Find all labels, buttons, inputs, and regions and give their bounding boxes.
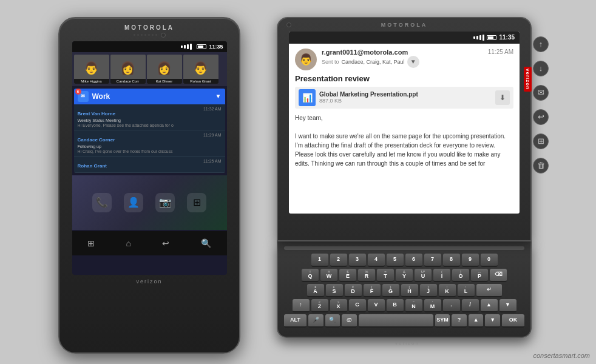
key-period[interactable]: . — [443, 299, 460, 312]
key-z[interactable]: <Z — [311, 299, 328, 312]
key-0[interactable]: 0 — [481, 254, 498, 267]
key-y[interactable]: &Y — [396, 269, 413, 282]
key-t[interactable]: =T — [377, 269, 394, 282]
app-phone-icon[interactable]: 📞 — [92, 193, 112, 212]
key-v[interactable]: V — [368, 299, 385, 312]
key-e[interactable]: $E — [339, 269, 356, 282]
key-6[interactable]: 6 — [405, 254, 422, 267]
key-k[interactable]: ;K — [439, 284, 456, 297]
home-nav-btn[interactable]: ⌂ — [126, 238, 131, 248]
search-nav-btn[interactable]: 🔍 — [201, 238, 211, 248]
side-btn-down[interactable]: ↓ — [533, 61, 549, 76]
key-o[interactable]: )O — [452, 269, 469, 282]
back-nav-btn[interactable]: ↩ — [162, 238, 169, 248]
key-5[interactable]: 5 — [387, 254, 404, 267]
contact-kat[interactable]: 👩 Kat Bleser — [147, 55, 182, 84]
email-to-val: Candace, Craig, Kat, Paul — [342, 59, 405, 65]
key-2[interactable]: 2 — [330, 254, 347, 267]
key-down-arrow[interactable]: ▼ — [499, 299, 516, 312]
keyboard-handle — [284, 246, 524, 250]
dots-left — [134, 34, 157, 36]
key-8[interactable]: 8 — [443, 254, 460, 267]
app-grid-icon[interactable]: ⊞ — [187, 193, 206, 212]
watermark: consertasmart.com — [533, 352, 590, 359]
key-u[interactable]: U*U — [415, 269, 432, 282]
key-slash[interactable]: / — [462, 299, 479, 312]
work-expand-icon[interactable]: ▼ — [215, 93, 222, 99]
key-3[interactable]: 3 — [349, 254, 366, 267]
expand-to-btn[interactable]: ▼ — [407, 56, 419, 68]
candace-face: 👩 — [110, 57, 146, 79]
rsig2 — [476, 36, 478, 39]
side-btn-trash[interactable]: 🗑 — [533, 158, 549, 174]
key-row-qwerty: !Q #W $E %R =T &Y U*U (I )O ...P ⌫ — [284, 269, 524, 282]
key-w[interactable]: #W — [320, 269, 337, 282]
key-nav-down[interactable]: ▼ — [485, 314, 500, 328]
right-phone-body: MOTOROLA 11:35 — [277, 17, 532, 241]
email-subject: Presentation review — [295, 74, 513, 83]
key-9[interactable]: 9 — [462, 254, 479, 267]
key-backspace[interactable]: ⌫ — [490, 269, 507, 282]
key-d[interactable]: ¥D — [345, 284, 362, 297]
contact-mike[interactable]: 👨 Mike Higgins — [74, 55, 109, 84]
key-search[interactable]: 🔍 — [325, 314, 340, 328]
key-s[interactable]: £S — [326, 284, 343, 297]
side-btn-grid[interactable]: ⊞ — [533, 133, 549, 149]
side-btn-back[interactable]: ↩ — [533, 109, 549, 125]
key-mic[interactable]: 🎤 — [308, 314, 323, 328]
apps-nav-btn[interactable]: ⊞ — [87, 238, 95, 248]
key-ok[interactable]: OK — [502, 314, 524, 328]
key-sym[interactable]: SYM — [435, 314, 450, 328]
key-up-arrow[interactable]: ▲ — [481, 299, 498, 312]
key-m[interactable]: 'M — [424, 299, 441, 312]
key-g[interactable]: }G — [382, 284, 399, 297]
key-7[interactable]: 7 — [424, 254, 441, 267]
dot2 — [137, 34, 139, 36]
side-btn-mail[interactable]: ✉ — [533, 85, 549, 101]
email-sent-time: 11:25 AM — [488, 49, 513, 55]
key-r[interactable]: %R — [358, 269, 375, 282]
email-item-2[interactable]: Candace Corner 11:29 AM Following up Hi … — [74, 130, 225, 157]
key-4[interactable]: 4 — [368, 254, 385, 267]
key-p[interactable]: ...P — [471, 269, 488, 282]
key-b[interactable]: B — [387, 299, 404, 312]
key-nav-up[interactable]: ▲ — [469, 314, 484, 328]
key-enter[interactable]: ↵ — [476, 284, 502, 297]
key-n[interactable]: "N — [405, 299, 422, 312]
right-signal — [473, 35, 484, 41]
email-meta: r.grant0011@motorola.com 11:25 AM Sent t… — [322, 49, 513, 70]
key-c[interactable]: C — [349, 299, 366, 312]
app-camera-icon[interactable]: 📷 — [155, 193, 175, 212]
email-item-3[interactable]: Rohan Grant 11:25 AM — [74, 157, 225, 173]
attachment-download-btn[interactable]: ⬇ — [495, 90, 510, 105]
side-btn-up[interactable]: ↑ — [533, 36, 549, 52]
key-question[interactable]: ? — [452, 314, 467, 328]
key-1[interactable]: 1 — [311, 254, 328, 267]
contact-candace[interactable]: 👩 Candace Corr — [110, 55, 146, 84]
key-a[interactable]: ɛA — [307, 284, 324, 297]
rohan-face: 👨 — [183, 57, 218, 79]
key-h[interactable]: [H — [401, 284, 418, 297]
work-widget[interactable]: 6 ✉ Work ▼ Brent Van Horne 11:32 AM Week… — [74, 89, 225, 173]
kat-name: Kat Bleser — [147, 79, 182, 84]
key-alt[interactable]: ALT — [284, 314, 306, 328]
contact-rohan[interactable]: 👨 Rohan Grant — [183, 55, 218, 84]
key-i[interactable]: (I — [433, 269, 450, 282]
key-shift[interactable]: ↑ — [293, 299, 310, 312]
email-item-1[interactable]: Brent Van Horne 11:32 AM Weekly Status M… — [74, 104, 225, 130]
key-f[interactable]: {F — [364, 284, 381, 297]
key-x[interactable]: >X — [330, 299, 347, 312]
key-space[interactable] — [359, 314, 433, 328]
app-contacts-icon[interactable]: 👤 — [124, 193, 143, 212]
phones-container: MOTOROLA — [58, 17, 538, 354]
attachment-file-icon: 📊 — [299, 89, 316, 106]
right-camera — [286, 22, 291, 27]
key-l[interactable]: :L — [458, 284, 475, 297]
dot3 — [141, 34, 143, 36]
dot4 — [144, 34, 146, 36]
key-q[interactable]: !Q — [302, 269, 319, 282]
key-at[interactable]: @ — [342, 314, 357, 328]
key-j[interactable]: ]J — [420, 284, 437, 297]
email-body: Hey team, I want to make sure we're all … — [295, 113, 513, 168]
right-time: 11:35 — [499, 34, 515, 41]
